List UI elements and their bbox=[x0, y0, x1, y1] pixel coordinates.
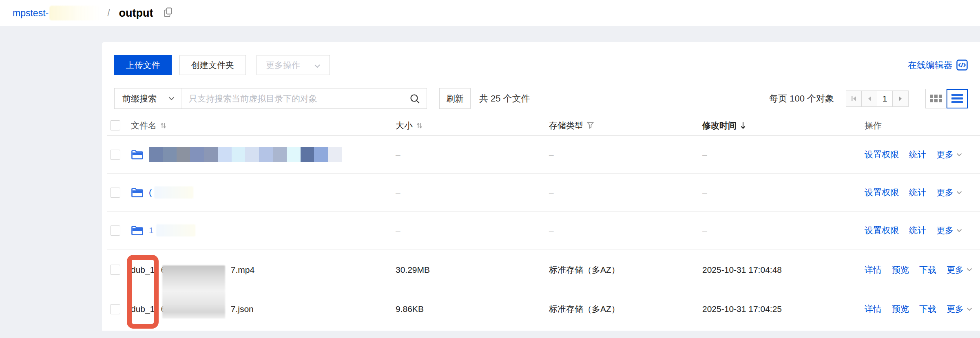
chevron-down-icon bbox=[967, 307, 972, 311]
preview-link[interactable]: 预览 bbox=[892, 303, 909, 315]
size-cell: – bbox=[394, 225, 547, 235]
prev-page-icon bbox=[867, 95, 872, 102]
modified-cell: – bbox=[701, 225, 852, 235]
more-actions-dropdown[interactable]: 更多操作 bbox=[257, 55, 330, 75]
preview-link[interactable]: 预览 bbox=[892, 264, 909, 276]
next-page-icon bbox=[898, 95, 903, 102]
sort-updown-icon[interactable] bbox=[416, 122, 423, 129]
header-checkbox-cell bbox=[107, 120, 125, 130]
row-checkbox[interactable] bbox=[110, 225, 120, 236]
breadcrumb-current-folder: output bbox=[119, 7, 153, 20]
storage-cell: – bbox=[547, 225, 701, 235]
grid-view-button[interactable] bbox=[925, 89, 947, 108]
modified-cell: – bbox=[701, 188, 852, 197]
search-box: 前缀搜索 bbox=[114, 88, 427, 109]
folder-name-cell[interactable]: 1 bbox=[125, 224, 394, 236]
first-page-icon bbox=[851, 95, 857, 102]
size-cell: – bbox=[394, 150, 547, 159]
statistics-link[interactable]: 统计 bbox=[909, 187, 926, 198]
chevron-down-icon bbox=[967, 268, 972, 272]
create-folder-button[interactable]: 创建文件夹 bbox=[179, 55, 246, 75]
statistics-link[interactable]: 统计 bbox=[909, 225, 926, 236]
modified-cell: 2025-10-31 17:04:25 bbox=[701, 304, 852, 314]
set-permissions-link[interactable]: 设置权限 bbox=[865, 225, 899, 236]
row-checkbox[interactable] bbox=[110, 150, 120, 160]
more-link[interactable]: 更多 bbox=[936, 187, 953, 198]
code-editor-icon bbox=[956, 60, 968, 71]
storage-cell: 标准存储（多AZ） bbox=[547, 303, 701, 315]
table-row: 1 – – – 设置权限 统计 更多 bbox=[107, 212, 980, 250]
folder-icon bbox=[131, 149, 144, 160]
header-storage-class[interactable]: 存储类型 bbox=[547, 120, 701, 131]
folder-icon bbox=[131, 187, 144, 198]
redacted-folder-name bbox=[156, 224, 195, 236]
modified-cell: 2025-10-31 17:04:48 bbox=[701, 265, 852, 275]
statistics-link[interactable]: 统计 bbox=[909, 149, 926, 160]
chevron-down-icon bbox=[168, 97, 175, 100]
table-row: ( – – – 设置权限 统计 更多 bbox=[107, 174, 980, 212]
online-editor-link[interactable]: 在线编辑器 bbox=[908, 59, 968, 71]
next-page-button[interactable] bbox=[893, 91, 908, 106]
table-row: dub_1 61 7.json 9.86KB 标准存储（多AZ） 2025-10… bbox=[107, 290, 980, 328]
details-link[interactable]: 详情 bbox=[865, 264, 882, 276]
header-size-label: 大小 bbox=[396, 120, 413, 131]
object-table: 文件名 大小 存储类型 修改时间 bbox=[107, 115, 980, 328]
chevron-down-icon bbox=[314, 60, 321, 70]
folder-name-fragment[interactable]: 1 bbox=[149, 225, 154, 235]
header-filename[interactable]: 文件名 bbox=[125, 120, 394, 131]
file-name-fragment: 7.mp4 bbox=[231, 265, 254, 275]
refresh-button[interactable]: 刷新 bbox=[439, 88, 471, 109]
folder-name-cell[interactable] bbox=[125, 147, 394, 162]
table-row: dub_1 61 7.mp4 30.29MB 标准存储（多AZ） 2025-10… bbox=[107, 250, 980, 290]
file-name-fragment: dub_1 bbox=[131, 304, 155, 314]
search-input[interactable] bbox=[181, 88, 409, 108]
select-all-checkbox[interactable] bbox=[110, 120, 120, 130]
storage-cell: 标准存储（多AZ） bbox=[547, 264, 701, 276]
download-link[interactable]: 下载 bbox=[919, 303, 936, 315]
header-storage-label: 存储类型 bbox=[549, 120, 583, 131]
more-link[interactable]: 更多 bbox=[947, 264, 964, 276]
more-link[interactable]: 更多 bbox=[936, 149, 953, 160]
filter-funnel-icon[interactable] bbox=[587, 122, 594, 129]
folder-name-cell[interactable]: ( bbox=[125, 186, 394, 199]
folder-icon bbox=[131, 225, 144, 236]
copy-icon[interactable] bbox=[164, 7, 173, 19]
more-link[interactable]: 更多 bbox=[947, 303, 964, 315]
prev-page-button[interactable] bbox=[862, 91, 877, 106]
header-modified-time[interactable]: 修改时间 bbox=[701, 120, 852, 131]
set-permissions-link[interactable]: 设置权限 bbox=[865, 187, 899, 198]
row-checkbox[interactable] bbox=[110, 304, 120, 314]
storage-cell: – bbox=[547, 188, 701, 197]
toolbar: 上传文件 创建文件夹 更多操作 在线编辑器 bbox=[114, 55, 968, 75]
row-checkbox[interactable] bbox=[110, 188, 120, 198]
row-actions: 详情 预览 下载 更多 bbox=[852, 264, 980, 276]
sort-updown-icon[interactable] bbox=[160, 122, 166, 129]
folder-name-fragment[interactable]: ( bbox=[149, 188, 152, 197]
row-actions: 设置权限 统计 更多 bbox=[852, 225, 980, 236]
set-permissions-link[interactable]: 设置权限 bbox=[865, 149, 899, 160]
search-icon[interactable] bbox=[409, 93, 420, 104]
chevron-down-icon bbox=[956, 191, 962, 194]
page-size-label: 每页 100 个对象 bbox=[769, 93, 834, 105]
chevron-down-icon bbox=[956, 153, 962, 157]
header-size[interactable]: 大小 bbox=[394, 120, 547, 131]
list-view-button[interactable] bbox=[947, 89, 968, 108]
details-link[interactable]: 详情 bbox=[865, 303, 882, 315]
breadcrumb-redacted-region bbox=[49, 6, 102, 20]
header-modified-label: 修改时间 bbox=[702, 120, 737, 131]
breadcrumb-bucket-link[interactable]: mpstest- bbox=[13, 8, 49, 19]
modified-cell: – bbox=[701, 150, 852, 159]
header-actions: 操作 bbox=[852, 120, 980, 131]
row-actions: 详情 预览 下载 更多 bbox=[852, 303, 980, 315]
row-actions: 设置权限 统计 更多 bbox=[852, 187, 980, 198]
download-link[interactable]: 下载 bbox=[919, 264, 936, 276]
sort-down-icon[interactable] bbox=[740, 122, 746, 129]
first-page-button[interactable] bbox=[846, 91, 862, 106]
search-mode-select[interactable]: 前缀搜索 bbox=[115, 88, 181, 108]
row-checkbox[interactable] bbox=[110, 265, 120, 275]
more-link[interactable]: 更多 bbox=[936, 225, 953, 236]
upload-file-button[interactable]: 上传文件 bbox=[114, 55, 172, 75]
size-cell: 30.29MB bbox=[394, 265, 547, 275]
header-filename-label: 文件名 bbox=[131, 120, 157, 131]
current-page-number: 1 bbox=[877, 91, 893, 106]
